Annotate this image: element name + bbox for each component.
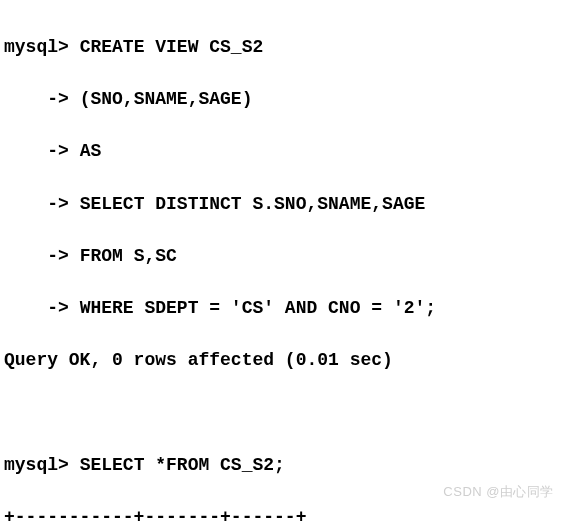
- table-border: +-----------+-------+------+: [4, 504, 560, 526]
- cont-line: -> AS: [4, 138, 560, 164]
- mysql-prompt: mysql>: [4, 455, 69, 475]
- sql-statement: WHERE SDEPT = 'CS' AND CNO = '2';: [80, 298, 436, 318]
- cont-prompt: ->: [4, 194, 69, 214]
- mysql-terminal[interactable]: mysql> CREATE VIEW CS_S2 -> (SNO,SNAME,S…: [4, 8, 560, 526]
- cont-prompt: ->: [4, 89, 69, 109]
- cont-prompt: ->: [4, 246, 69, 266]
- cont-prompt: ->: [4, 298, 69, 318]
- sql-statement: (SNO,SNAME,SAGE): [80, 89, 253, 109]
- blank-line: [4, 399, 560, 425]
- cont-line: -> WHERE SDEPT = 'CS' AND CNO = '2';: [4, 295, 560, 321]
- prompt-line: mysql> CREATE VIEW CS_S2: [4, 34, 560, 60]
- sql-statement: SELECT DISTINCT S.SNO,SNAME,SAGE: [80, 194, 426, 214]
- cont-line: -> FROM S,SC: [4, 243, 560, 269]
- cont-line: -> SELECT DISTINCT S.SNO,SNAME,SAGE: [4, 191, 560, 217]
- cont-line: -> (SNO,SNAME,SAGE): [4, 86, 560, 112]
- sql-statement: CREATE VIEW CS_S2: [80, 37, 264, 57]
- sql-statement: FROM S,SC: [80, 246, 177, 266]
- query-result: Query OK, 0 rows affected (0.01 sec): [4, 347, 560, 373]
- mysql-prompt: mysql>: [4, 37, 69, 57]
- sql-statement: SELECT *FROM CS_S2;: [80, 455, 285, 475]
- watermark: CSDN @由心同学: [443, 483, 554, 502]
- cont-prompt: ->: [4, 141, 69, 161]
- sql-statement: AS: [80, 141, 102, 161]
- prompt-line: mysql> SELECT *FROM CS_S2;: [4, 452, 560, 478]
